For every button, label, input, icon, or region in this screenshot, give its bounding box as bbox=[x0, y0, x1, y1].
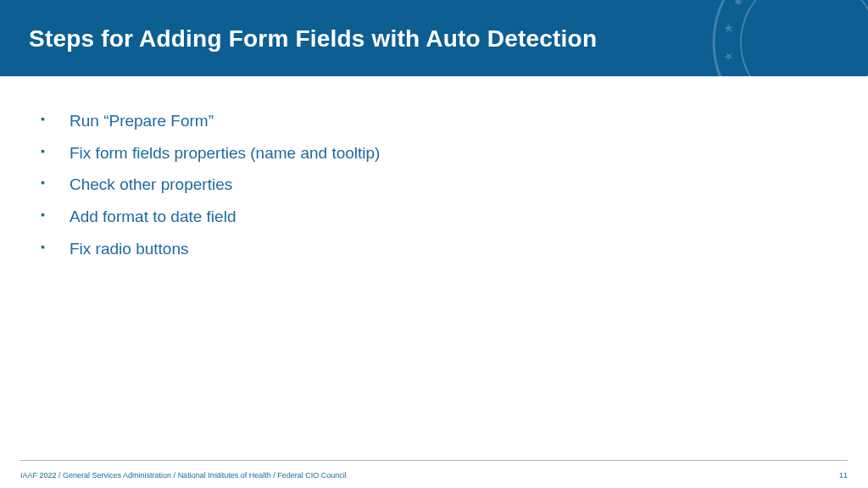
slide-header: Steps for Adding Form Fields with Auto D… bbox=[0, 0, 868, 76]
list-item: Fix radio buttons bbox=[39, 238, 829, 260]
svg-marker-16 bbox=[724, 24, 734, 34]
list-item: Fix form fields properties (name and too… bbox=[39, 142, 829, 164]
seal-icon bbox=[707, 0, 868, 76]
footer-segment: General Services Administration bbox=[57, 471, 172, 480]
list-item: Add format to date field bbox=[39, 206, 829, 228]
slide-title: Steps for Adding Form Fields with Auto D… bbox=[29, 25, 597, 53]
list-item: Check other properties bbox=[39, 174, 829, 196]
slide-body: Run “Prepare Form” Fix form fields prope… bbox=[39, 110, 829, 269]
footer-segment: National Institutes of Health bbox=[171, 471, 271, 480]
slide: Steps for Adding Form Fields with Auto D… bbox=[0, 0, 868, 488]
bullet-list: Run “Prepare Form” Fix form fields prope… bbox=[39, 110, 829, 259]
svg-point-0 bbox=[714, 0, 868, 76]
footer-divider bbox=[20, 460, 848, 461]
svg-point-1 bbox=[741, 0, 868, 76]
page-number: 11 bbox=[839, 471, 848, 480]
list-item: Run “Prepare Form” bbox=[39, 110, 829, 132]
footer-segment: Federal CIO Council bbox=[271, 471, 347, 480]
footer-text: IAAF 2022General Services Administration… bbox=[20, 471, 347, 480]
svg-marker-15 bbox=[724, 52, 734, 62]
svg-marker-17 bbox=[732, 0, 744, 8]
footer-segment: IAAF 2022 bbox=[20, 471, 57, 480]
